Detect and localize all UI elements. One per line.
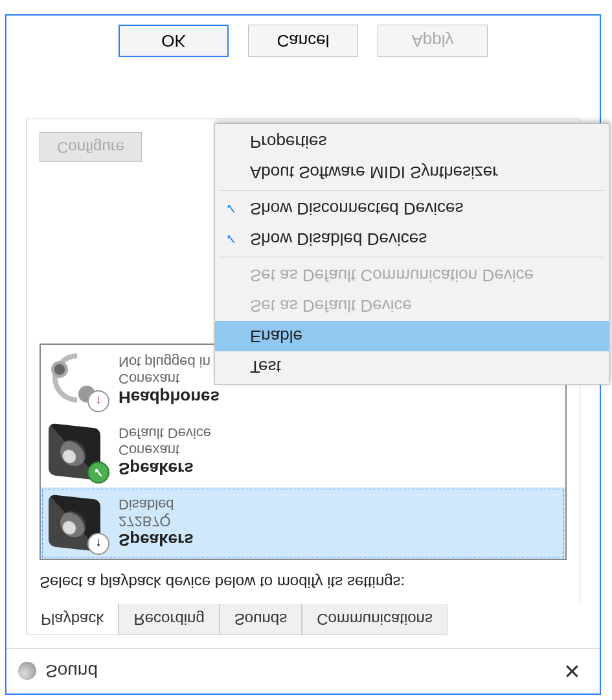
speaker-icon — [49, 494, 107, 552]
dialog-button-row: OK Cancel Apply — [6, 25, 600, 57]
device-status: Default Device — [119, 425, 211, 442]
check-icon — [87, 461, 109, 484]
device-name: Speakers — [119, 530, 194, 550]
window-title: Sound — [45, 661, 98, 682]
menu-test[interactable]: Test — [215, 351, 609, 382]
menu-separator — [220, 190, 604, 191]
menu-label: Set as Default Communication Device — [250, 265, 534, 285]
menu-properties[interactable]: Properties — [215, 126, 609, 157]
device-text: Speakers 272B7Q Disabled — [119, 496, 194, 550]
close-button[interactable]: ✕ — [556, 655, 588, 688]
headphone-icon — [49, 351, 107, 410]
device-subtitle: 272B7Q — [119, 513, 194, 530]
device-context-menu: Test Enable Set as Default Device Set as… — [214, 123, 609, 385]
menu-label: Show Disconnected Devices — [250, 198, 464, 218]
arrow-up-red-icon — [87, 390, 109, 412]
menu-label: Test — [250, 356, 281, 377]
speaker-icon — [49, 423, 107, 481]
menu-label: Properties — [250, 132, 327, 152]
device-name: Headphones — [119, 388, 220, 408]
check-icon: ✓ — [221, 231, 241, 248]
device-name: Speakers — [119, 459, 211, 479]
tab-panel-playback: Select a playback device below to modify… — [26, 119, 580, 604]
tab-sounds[interactable]: Sounds — [220, 603, 302, 635]
arrow-up-icon — [87, 533, 109, 555]
apply-button[interactable]: Apply — [378, 25, 488, 57]
check-icon: ✓ — [221, 200, 241, 217]
menu-set-default-device[interactable]: Set as Default Device — [215, 290, 609, 321]
cancel-button[interactable]: Cancel — [248, 25, 358, 57]
menu-set-default-comm[interactable]: Set as Default Communication Device — [215, 260, 609, 290]
sound-icon — [18, 662, 36, 681]
menu-label: Show Disabled Devices — [250, 229, 427, 249]
ok-button[interactable]: OK — [119, 25, 229, 57]
tab-recording[interactable]: Recording — [119, 603, 219, 635]
device-text: Speakers Conexant Default Device — [119, 425, 211, 479]
device-row-1[interactable]: Speakers Conexant Default Device — [41, 416, 565, 487]
menu-enable[interactable]: Enable — [215, 321, 609, 351]
menu-show-disabled[interactable]: ✓Show Disabled Devices — [215, 224, 609, 254]
tabstrip: Playback Recording Sounds Communications — [26, 603, 600, 635]
device-row-0[interactable]: Speakers 272B7Q Disabled — [41, 487, 565, 559]
titlebar: Sound ✕ — [6, 648, 600, 694]
device-subtitle: Conexant — [119, 442, 211, 459]
menu-label: Set as Default Device — [250, 296, 412, 316]
instruction-text: Select a playback device below to modify… — [27, 560, 580, 591]
sound-dialog: Sound ✕ Playback Recording Sounds Commun… — [5, 14, 601, 695]
menu-separator — [220, 257, 604, 257]
menu-about[interactable]: About Software MIDI Synthesizer — [215, 157, 609, 187]
menu-label: Enable — [250, 326, 302, 346]
device-text: Headphones Conexant Not plugged in — [119, 354, 220, 408]
menu-show-disconnected[interactable]: ✓Show Disconnected Devices — [215, 193, 609, 224]
configure-button[interactable]: Configure — [40, 132, 142, 162]
device-subtitle: Conexant — [119, 371, 220, 388]
device-status: Not plugged in — [119, 354, 220, 371]
menu-label: About Software MIDI Synthesizer — [250, 162, 498, 182]
device-status: Disabled — [119, 496, 194, 513]
tab-communications[interactable]: Communications — [302, 603, 448, 635]
tab-playback[interactable]: Playback — [26, 603, 119, 635]
